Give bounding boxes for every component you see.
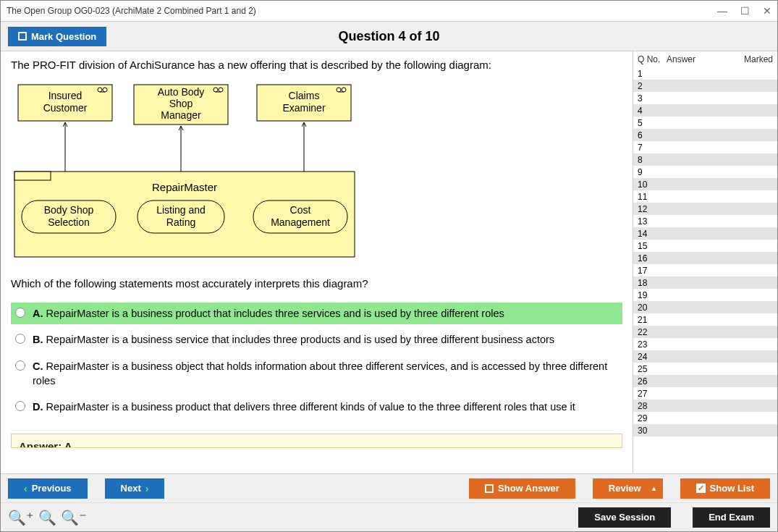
top-toolbar: Mark Question Question 4 of 10 [1,21,777,51]
option-text: B. RepairMaster is a business service th… [33,332,554,347]
qlist-body[interactable]: 1234567891011121314151617181920212223242… [633,67,777,473]
app-window: The Open Group OG0-023 (ArchiMate 2 Comb… [0,0,778,532]
role-auto-body-shop-manager: Auto Body Shop Manager [134,85,228,124]
show-list-button[interactable]: ✓ Show List [680,478,770,499]
svg-text:Customer: Customer [43,102,88,114]
check-icon: ✓ [696,484,706,493]
mark-question-button[interactable]: Mark Question [8,27,106,46]
end-exam-button[interactable]: End Exam [693,507,770,528]
mark-question-label: Mark Question [31,31,96,42]
role-insured-customer: Insured Customer [18,85,112,121]
svg-text:Selection: Selection [48,216,90,228]
option-text: C. RepairMaster is a business object tha… [33,359,618,389]
option-b[interactable]: B. RepairMaster is a business service th… [11,329,622,350]
options-list: A. RepairMaster is a business product th… [11,303,622,418]
review-label: Review [609,483,641,494]
qlist-row[interactable]: 12 [633,203,777,215]
radio-icon [15,308,25,318]
qlist-row[interactable]: 9 [633,166,777,178]
option-c[interactable]: C. RepairMaster is a business object tha… [11,355,622,392]
qlist-row[interactable]: 27 [633,387,777,400]
qlist-row[interactable]: 22 [633,326,777,338]
qlist-row[interactable]: 19 [633,289,777,301]
qlist-head-answer: Answer [667,54,730,64]
previous-label: Previous [32,483,72,494]
svg-rect-23 [14,172,51,180]
question-counter: Question 4 of 10 [338,29,439,44]
util-bar: 🔍⁺ 🔍 🔍⁻ Save Session End Exam [1,502,777,531]
qlist-row[interactable]: 26 [633,375,777,387]
save-session-label: Save Session [594,512,655,523]
qlist-row[interactable]: 11 [633,190,777,203]
question-stem: The PRO-FIT division of ArchiSurance has… [11,59,622,71]
question-scroll[interactable]: The PRO-FIT division of ArchiSurance has… [1,51,633,473]
qlist-row[interactable]: 15 [633,240,777,252]
close-icon[interactable]: ✕ [763,5,771,17]
qlist-row[interactable]: 24 [633,350,777,363]
sub-question: Which of the following statements most a… [11,277,622,290]
qlist-row[interactable]: 25 [633,363,777,375]
zoom-in-icon[interactable]: 🔍⁺ [8,509,34,526]
qlist-row[interactable]: 21 [633,313,777,326]
chevron-left-icon: ‹ [24,483,28,494]
next-label: Next [121,483,141,494]
svg-text:Shop: Shop [169,98,193,109]
qlist-row[interactable]: 30 [633,424,777,436]
svg-text:Cost: Cost [290,204,311,216]
qlist-row[interactable]: 7 [633,141,777,153]
qlist-row[interactable]: 1 [633,67,777,80]
window-controls: — ☐ ✕ [717,5,771,17]
option-a[interactable]: A. RepairMaster is a business product th… [11,303,622,324]
question-list-panel: Q No. Answer Marked 12345678910111213141… [633,51,777,473]
qlist-row[interactable]: 23 [633,338,777,350]
qlist-row[interactable]: 13 [633,215,777,227]
qlist-row[interactable]: 28 [633,400,777,412]
svg-text:Listing and: Listing and [156,204,206,216]
titlebar: The Open Group OG0-023 (ArchiMate 2 Comb… [1,1,777,21]
qlist-row[interactable]: 20 [633,301,777,313]
qlist-row[interactable]: 3 [633,92,777,104]
svg-text:Management: Management [271,216,330,228]
zoom-reset-icon[interactable]: 🔍 [38,509,56,526]
radio-icon [15,401,25,411]
question-pane: The PRO-FIT division of ArchiSurance has… [1,51,633,473]
option-text: D. RepairMaster is a business product th… [33,400,575,414]
maximize-icon[interactable]: ☐ [740,5,750,17]
show-answer-button[interactable]: Show Answer [469,478,575,499]
qlist-row[interactable]: 4 [633,104,777,117]
svg-text:Manager: Manager [161,109,201,121]
qlist-row[interactable]: 6 [633,129,777,141]
nav-bar: ‹ Previous Next › Show Answer Review ✓ S… [1,473,777,502]
option-d[interactable]: D. RepairMaster is a business product th… [11,396,622,418]
qlist-head-marked: Marked [730,54,773,64]
qlist-row[interactable]: 8 [633,153,777,166]
svg-text:Examiner: Examiner [282,102,325,114]
svg-text:Claims: Claims [289,90,320,101]
next-button[interactable]: Next › [105,478,165,499]
window-title: The Open Group OG0-023 (ArchiMate 2 Comb… [7,6,256,16]
role-claims-examiner: Claims Examiner [257,85,351,121]
previous-button[interactable]: ‹ Previous [8,478,88,499]
chevron-right-icon: › [145,483,149,494]
end-exam-label: End Exam [709,512,754,523]
service-body-shop-selection: Body Shop Selection [22,200,116,233]
qlist-row[interactable]: 14 [633,227,777,240]
qlist-row[interactable]: 18 [633,276,777,289]
svg-text:RepairMaster: RepairMaster [152,181,217,193]
zoom-out-icon[interactable]: 🔍⁻ [61,509,87,526]
service-cost-management: Cost Management [253,200,347,233]
qlist-header: Q No. Answer Marked [633,51,777,67]
qlist-row[interactable]: 10 [633,178,777,190]
qlist-row[interactable]: 5 [633,117,777,129]
qlist-row[interactable]: 16 [633,252,777,264]
radio-icon [15,360,25,371]
main-area: The PRO-FIT division of ArchiSurance has… [1,51,777,473]
save-session-button[interactable]: Save Session [578,507,671,528]
qlist-row[interactable]: 17 [633,264,777,276]
qlist-row[interactable]: 2 [633,80,777,92]
qlist-row[interactable]: 29 [633,412,777,424]
review-button[interactable]: Review [593,478,663,499]
archimate-diagram: Insured Customer Auto Body Shop Manager … [11,81,358,262]
minimize-icon[interactable]: — [717,5,727,17]
svg-text:Insured: Insured [48,90,83,101]
